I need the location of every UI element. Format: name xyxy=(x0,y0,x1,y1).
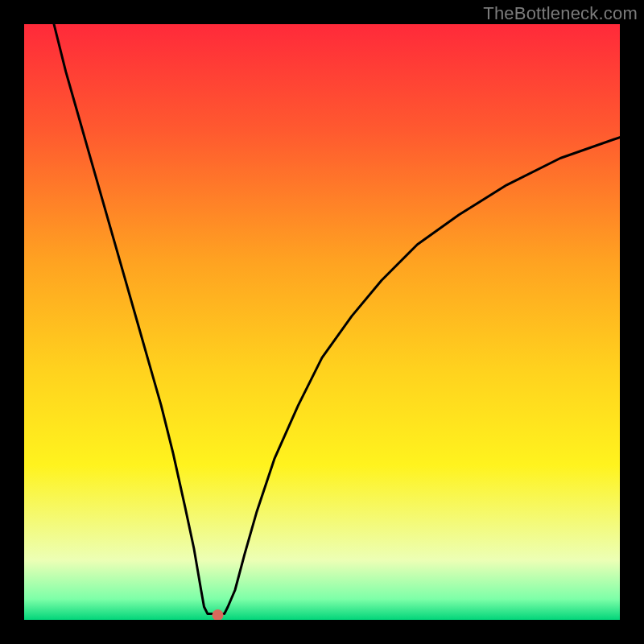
plot-area xyxy=(24,24,620,620)
chart-frame: TheBottleneck.com xyxy=(0,0,644,644)
gradient-background xyxy=(24,24,620,620)
plot-svg xyxy=(24,24,620,620)
watermark-text: TheBottleneck.com xyxy=(483,3,638,24)
